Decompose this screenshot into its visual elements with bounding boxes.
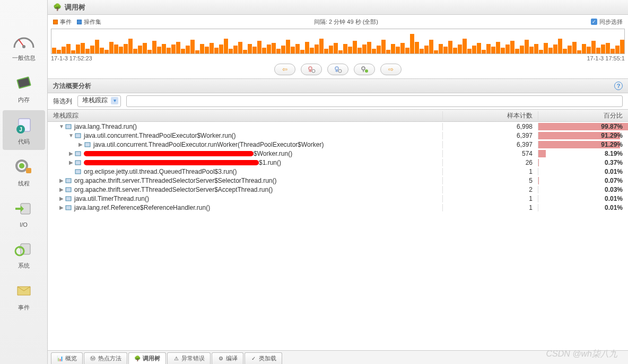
method-icon	[74, 150, 82, 157]
filter-input[interactable]	[126, 95, 623, 107]
nav-forward-button[interactable]: ⇨	[380, 64, 402, 75]
tab-异常错误[interactable]: ⚠异常错误	[167, 352, 211, 364]
sidebar-item-memory[interactable]: 内存	[3, 68, 45, 108]
svg-point-15	[312, 69, 315, 73]
svg-rect-28	[66, 197, 71, 201]
sample-count: 1	[442, 168, 538, 175]
svg-point-1	[22, 45, 25, 48]
expander-icon[interactable]: ▶	[58, 177, 65, 183]
percentage-cell: 8.19%	[538, 150, 628, 157]
io-icon	[11, 198, 37, 219]
sidebar-item-general[interactable]: 一般信息	[3, 26, 45, 66]
method-name: org.apache.thrift.server.TThreadedSelect…	[74, 186, 273, 193]
svg-point-18	[362, 67, 365, 70]
toolbar: ⇦ ⇨	[48, 63, 628, 78]
legend-event-label: 事件	[60, 18, 72, 26]
sidebar-item-label: 内存	[18, 96, 30, 104]
tab-编译[interactable]: ⚙编译	[212, 352, 243, 364]
panel-header: 方法概要分析 ?	[48, 78, 628, 93]
sync-checkbox[interactable]: ✓	[591, 19, 597, 25]
percentage-cell: 91.29%	[538, 132, 628, 139]
svg-rect-11	[21, 244, 30, 254]
redacted-text	[84, 160, 259, 165]
expander-icon[interactable]: ▶	[58, 187, 65, 192]
svg-text:J: J	[19, 127, 22, 132]
table-row[interactable]: ▶$Worker.run()5748.19%	[48, 149, 628, 158]
bottom-tabs: 📊概览Ⓜ热点方法🌳调用树⚠异常错误⚙编译✓类加载	[48, 350, 628, 364]
table-row[interactable]: ▶java.util.concurrent.ThreadPoolExecutor…	[48, 140, 628, 149]
expander-icon[interactable]: ▼	[68, 132, 74, 138]
method-icon	[65, 187, 72, 193]
sidebar-item-label: 线程	[18, 180, 30, 188]
timeline-chart[interactable]	[51, 29, 625, 54]
legend-event-swatch	[53, 20, 58, 24]
table-row[interactable]: ▶org.apache.thrift.server.TThreadedSelec…	[48, 185, 628, 194]
svg-rect-21	[75, 134, 81, 138]
sample-count: 26	[442, 159, 538, 166]
method-icon	[74, 168, 82, 175]
sample-count: 1	[442, 204, 538, 211]
table-row[interactable]: ▶org.apache.thrift.server.TThreadedSelec…	[48, 176, 628, 185]
sample-count: 1	[442, 195, 538, 202]
expander-icon[interactable]: ▶	[68, 150, 74, 156]
table-row[interactable]: ▶$1.run()260.37%	[48, 158, 628, 167]
legend-opset-label: 操作集	[84, 18, 101, 26]
tab-调用树[interactable]: 🌳调用树	[128, 352, 166, 364]
nav-back-button[interactable]: ⇦	[274, 64, 295, 75]
col-header-pct[interactable]: 百分比	[538, 111, 628, 120]
method-name: java.lang.ref.Reference$ReferenceHandler…	[74, 204, 210, 211]
sidebar-item-label: 代码	[18, 138, 30, 146]
table-row[interactable]: ▼java.lang.Thread.run()6,99899.87%	[48, 122, 628, 131]
time-axis: 17-1-3 17:52:23 17-1-3 17:55:1	[48, 54, 628, 63]
tab-类加载[interactable]: ✓类加载	[245, 352, 282, 364]
expander-icon[interactable]: ▶	[77, 141, 84, 147]
percentage-cell: 0.01%	[538, 195, 628, 202]
tab-概览[interactable]: 📊概览	[51, 352, 83, 364]
interval-label: 间隔: 2 分钟 49 秒 (全部)	[101, 18, 591, 26]
percentage-cell: 91.29%	[538, 141, 628, 148]
percentage-cell: 99.87%	[538, 123, 628, 130]
sidebar-item-label: 一般信息	[12, 54, 36, 62]
col-header-name[interactable]: 堆栈跟踪	[48, 111, 442, 120]
redacted-text	[84, 151, 254, 156]
sample-count: 6,397	[442, 141, 538, 148]
method-name: java.util.concurrent.ThreadPoolExecutor.…	[93, 141, 324, 148]
refresh-button[interactable]	[354, 64, 375, 75]
sidebar-item-threads[interactable]: 线程	[3, 152, 45, 192]
help-icon[interactable]: ?	[614, 82, 623, 90]
sidebar-item-io[interactable]: I/O	[3, 194, 45, 232]
content-area: 🌳 调用树 事件 操作集 间隔: 2 分钟 49 秒 (全部) ✓ 同步选择 1…	[48, 0, 628, 364]
sidebar-item-label: 系统	[18, 262, 30, 270]
time-start: 17-1-3 17:52:23	[51, 55, 92, 61]
legend-opset-swatch	[77, 20, 82, 24]
expander-icon[interactable]: ▶	[58, 196, 65, 201]
panel-title: 方法概要分析	[53, 82, 91, 91]
sidebar-item-events[interactable]: 事件	[3, 276, 45, 316]
table-row[interactable]: ▼java.util.concurrent.ThreadPoolExecutor…	[48, 131, 628, 140]
legend-row: 事件 操作集 间隔: 2 分钟 49 秒 (全部) ✓ 同步选择	[48, 15, 628, 29]
expander-icon[interactable]: ▶	[58, 205, 65, 210]
sync-label: 同步选择	[599, 18, 623, 26]
svg-point-14	[309, 67, 312, 70]
sidebar-item-label: I/O	[20, 221, 28, 228]
tab-icon: ✓	[250, 356, 257, 362]
table-row[interactable]: ▶java.lang.ref.Reference$ReferenceHandle…	[48, 203, 628, 212]
table-row[interactable]: ▶java.util.TimerThread.run()10.01%	[48, 194, 628, 203]
tab-icon: 🌳	[134, 356, 141, 362]
sample-count: 2	[442, 186, 538, 193]
zoom-person2-button[interactable]	[327, 64, 348, 75]
sidebar-item-code[interactable]: J 代码	[3, 110, 45, 150]
expander-icon[interactable]: ▶	[68, 159, 74, 165]
col-header-count[interactable]: 样本计数	[442, 111, 538, 120]
filter-label: 筛选列	[53, 97, 72, 106]
table-row[interactable]: org.eclipse.jetty.util.thread.QueuedThre…	[48, 167, 628, 176]
method-icon	[74, 132, 82, 139]
filter-column-select[interactable]: 堆栈跟踪	[77, 95, 121, 107]
method-name: java.lang.Thread.run()	[74, 123, 137, 130]
svg-rect-23	[75, 152, 81, 156]
zoom-person1-button[interactable]	[301, 64, 322, 75]
expander-icon[interactable]: ▼	[58, 123, 65, 129]
tab-热点方法[interactable]: Ⓜ热点方法	[84, 352, 127, 364]
memory-icon	[11, 73, 37, 94]
sidebar-item-system[interactable]: 系统	[3, 234, 45, 274]
